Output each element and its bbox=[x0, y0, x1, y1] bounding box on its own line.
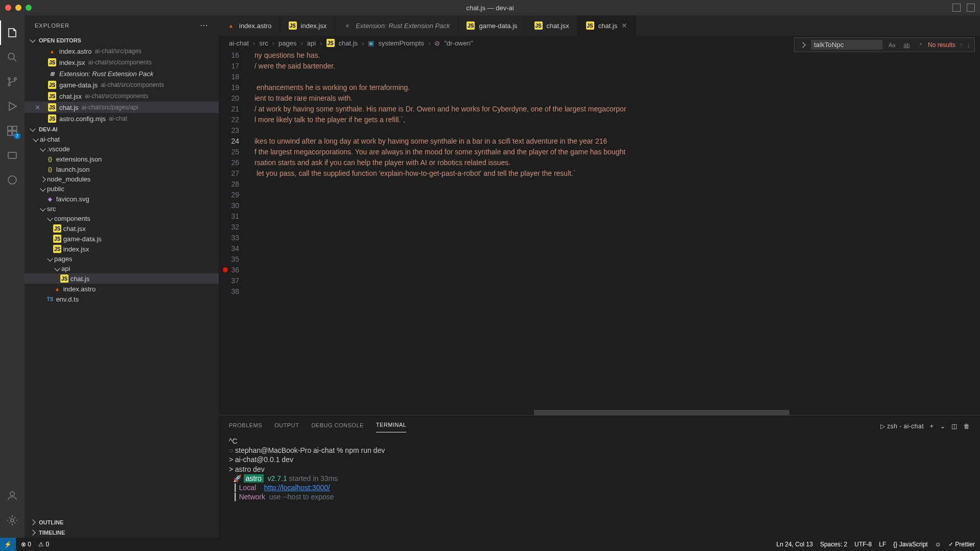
titlebar: chat.js — dev-ai bbox=[0, 0, 980, 15]
find-prev-button[interactable]: ↑ bbox=[960, 41, 963, 49]
timeline-label: TIMELINE bbox=[39, 530, 65, 536]
svg-rect-8 bbox=[8, 152, 16, 158]
activity-settings[interactable] bbox=[0, 508, 25, 533]
gear-icon bbox=[6, 514, 18, 526]
find-regex-toggle[interactable]: .* bbox=[916, 41, 924, 49]
activity-accounts[interactable] bbox=[0, 484, 25, 508]
svg-point-9 bbox=[8, 176, 16, 184]
horizontal-scrollbar[interactable] bbox=[534, 410, 789, 415]
find-input[interactable] bbox=[811, 40, 882, 50]
activity-edge[interactable] bbox=[0, 168, 25, 192]
open-editor-item[interactable]: JSchat.jsx ai-chat/src/components bbox=[25, 90, 219, 102]
editor-tab[interactable]: ≡Extension: Rust Extension Pack bbox=[335, 15, 458, 36]
chevron-right-icon bbox=[30, 530, 35, 535]
outline-section[interactable]: OUTLINE bbox=[25, 517, 219, 527]
status-warnings[interactable]: ⚠ 0 bbox=[38, 541, 49, 548]
project-section[interactable]: DEV-AI bbox=[25, 124, 219, 134]
tree-folder[interactable]: pages bbox=[25, 254, 219, 264]
open-editor-item[interactable]: ▲index.astro ai-chat/src/pages bbox=[25, 45, 219, 57]
activity-remote[interactable] bbox=[0, 143, 25, 168]
layout-panel-icon[interactable] bbox=[952, 4, 961, 12]
debug-console-tab[interactable]: DEBUG CONSOLE bbox=[311, 420, 363, 432]
status-errors[interactable]: ⊗ 0 bbox=[21, 541, 31, 548]
output-tab[interactable]: OUTPUT bbox=[274, 420, 299, 432]
terminal-shell-picker[interactable]: ▷ zsh - ai-chat bbox=[880, 423, 924, 430]
tree-file[interactable]: ▲ index.astro bbox=[25, 284, 219, 294]
code-editor[interactable]: 1617181920212223242526272829303132333435… bbox=[219, 50, 980, 415]
git-branch-icon bbox=[6, 76, 18, 88]
problems-tab[interactable]: PROBLEMS bbox=[229, 420, 262, 432]
explorer-title: EXPLORER bbox=[35, 22, 69, 29]
open-editors-section[interactable]: OPEN EDITORS bbox=[25, 35, 219, 45]
editor-tab[interactable]: JSgame-data.js bbox=[458, 15, 526, 36]
bottom-panel: PROBLEMS OUTPUT DEBUG CONSOLE TERMINAL ▷… bbox=[219, 415, 980, 538]
status-indentation[interactable]: Spaces: 2 bbox=[820, 541, 847, 548]
window-maximize-button[interactable] bbox=[26, 5, 32, 11]
activity-explorer[interactable] bbox=[0, 20, 25, 45]
tree-folder[interactable]: public bbox=[25, 184, 219, 194]
svg-point-10 bbox=[10, 492, 14, 496]
split-terminal-button[interactable]: ◫ bbox=[951, 423, 958, 430]
open-editors-list: ▲index.astro ai-chat/src/pages JSindex.j… bbox=[25, 45, 219, 124]
tree-file[interactable]: JS game-data.js bbox=[25, 234, 219, 244]
remote-indicator[interactable]: ⚡ bbox=[0, 538, 16, 551]
tab-close-button[interactable]: ✕ bbox=[621, 21, 627, 30]
open-editor-item[interactable]: JSastro.config.mjs ai-chat bbox=[25, 113, 219, 124]
status-encoding[interactable]: UTF-8 bbox=[854, 541, 872, 548]
editor-tab[interactable]: JSchat.js✕ bbox=[578, 15, 637, 36]
window-title: chat.js — dev-ai bbox=[466, 4, 514, 12]
terminal-content[interactable]: ^C ○ stephan@MacBook-Pro ai-chat % npm r… bbox=[219, 432, 980, 538]
timeline-section[interactable]: TIMELINE bbox=[25, 527, 219, 538]
find-expand-icon[interactable] bbox=[800, 42, 805, 48]
explorer-more-button[interactable]: ⋯ bbox=[200, 20, 208, 30]
activity-run-debug[interactable] bbox=[0, 94, 25, 119]
chevron-right-icon bbox=[30, 519, 35, 525]
status-eol[interactable]: LF bbox=[879, 541, 886, 548]
open-editor-item[interactable]: JSindex.jsx ai-chat/src/components bbox=[25, 57, 219, 68]
open-editor-item[interactable]: JSgame-data.js ai-chat/src/components bbox=[25, 79, 219, 90]
tree-folder[interactable]: node_modules bbox=[25, 174, 219, 184]
svg-point-2 bbox=[8, 84, 10, 86]
editor-tab[interactable]: JSindex.jsx bbox=[281, 15, 336, 36]
close-editor-button[interactable]: ✕ bbox=[35, 104, 42, 111]
window-minimize-button[interactable] bbox=[15, 5, 21, 11]
status-cursor-position[interactable]: Ln 24, Col 13 bbox=[777, 541, 813, 548]
status-feedback[interactable]: ☺ bbox=[935, 541, 941, 548]
tree-folder[interactable]: .vscode bbox=[25, 144, 219, 154]
editor-tab[interactable]: JSchat.jsx bbox=[526, 15, 578, 36]
svg-point-3 bbox=[14, 78, 16, 80]
activity-extensions[interactable]: 7 bbox=[0, 119, 25, 143]
tree-file[interactable]: JS index.jsx bbox=[25, 244, 219, 254]
activity-search[interactable] bbox=[0, 45, 25, 70]
svg-rect-4 bbox=[8, 126, 12, 130]
tree-file[interactable]: ◆ favicon.svg bbox=[25, 194, 219, 204]
tree-file[interactable]: {} extensions.json bbox=[25, 154, 219, 164]
tree-file[interactable]: TS env.d.ts bbox=[25, 294, 219, 304]
tree-folder[interactable]: src bbox=[25, 204, 219, 214]
terminal-dropdown-button[interactable]: ⌄ bbox=[940, 423, 946, 430]
kill-terminal-button[interactable]: 🗑 bbox=[964, 423, 970, 430]
svg-rect-6 bbox=[8, 131, 12, 135]
open-editor-item[interactable]: ✕JSchat.js ai-chat/src/pages/api bbox=[25, 102, 219, 113]
new-terminal-button[interactable]: + bbox=[930, 423, 934, 430]
activity-source-control[interactable] bbox=[0, 70, 25, 94]
open-editor-item[interactable]: ⊞Extension: Rust Extension Pack bbox=[25, 68, 219, 79]
status-prettier[interactable]: ✓ Prettier bbox=[948, 541, 975, 548]
tree-file[interactable]: JS chat.js bbox=[25, 273, 219, 284]
layout-sidebar-icon[interactable] bbox=[967, 4, 975, 12]
tree-folder[interactable]: components bbox=[25, 214, 219, 223]
terminal-tab[interactable]: TERMINAL bbox=[376, 420, 407, 432]
status-language[interactable]: {} JavaScript bbox=[893, 541, 927, 548]
find-results: No results bbox=[928, 41, 955, 49]
tree-file[interactable]: JS chat.jsx bbox=[25, 223, 219, 234]
find-case-toggle[interactable]: Aa bbox=[886, 41, 897, 49]
window-close-button[interactable] bbox=[5, 5, 11, 11]
breadcrumb[interactable]: ai-chat› src› pages› api› JSchat.js› ▣sy… bbox=[219, 36, 980, 50]
sidebar: EXPLORER ⋯ OPEN EDITORS ▲index.astro ai-… bbox=[25, 15, 219, 538]
editor-tab[interactable]: ▲index.astro bbox=[219, 15, 281, 36]
find-next-button[interactable]: ↓ bbox=[967, 41, 971, 49]
tree-folder[interactable]: ai-chat bbox=[25, 134, 219, 144]
tree-folder[interactable]: api bbox=[25, 264, 219, 273]
find-word-toggle[interactable]: ab bbox=[901, 41, 912, 49]
tree-file[interactable]: {} launch.json bbox=[25, 164, 219, 174]
